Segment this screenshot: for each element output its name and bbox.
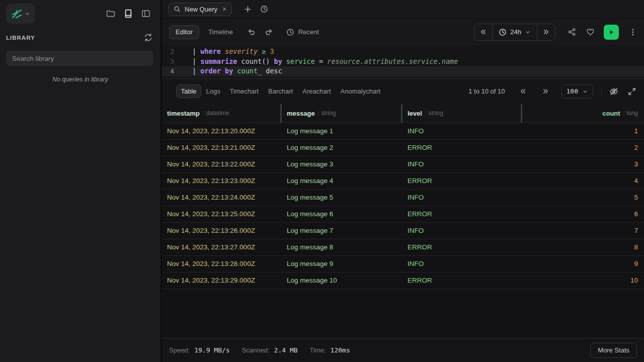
column-type: : long <box>623 110 638 117</box>
recent-label: Recent <box>298 28 319 36</box>
column-header-count[interactable]: count: long <box>522 104 644 123</box>
editor-tab-button[interactable]: Editor <box>169 25 199 39</box>
close-icon[interactable]: × <box>222 6 226 13</box>
cell-lvl: ERROR <box>403 277 522 284</box>
table-row[interactable]: Nov 14, 2023, 22:13:25.000ZLog message 6… <box>162 206 644 223</box>
clock-icon <box>499 28 507 36</box>
time-range-button[interactable]: 24h <box>492 24 537 40</box>
column-name: count <box>602 110 620 117</box>
cell-ts: Nov 14, 2023, 22:13:22.000Z <box>162 160 282 168</box>
toolbar-right: 24h <box>474 24 637 41</box>
column-type: : string <box>318 110 336 117</box>
column-header-level[interactable]: level: string <box>403 104 522 123</box>
page-size-value: 100 <box>567 87 578 95</box>
panel-left-icon[interactable] <box>141 9 150 18</box>
code-token: by <box>225 67 233 75</box>
table-row[interactable]: Nov 14, 2023, 22:13:21.000ZLog message 2… <box>162 140 644 156</box>
undo-icon[interactable] <box>247 28 256 36</box>
time-back-button[interactable] <box>474 24 492 40</box>
code-token: severity <box>225 47 258 55</box>
table-row[interactable]: Nov 14, 2023, 22:13:29.000ZLog message 1… <box>162 273 644 289</box>
results-tab-timechart[interactable]: Timechart <box>225 84 263 98</box>
refresh-icon[interactable] <box>144 33 152 42</box>
column-header-message[interactable]: message: string <box>282 104 403 123</box>
logo-icon <box>11 8 23 20</box>
table-row[interactable]: Nov 14, 2023, 22:13:28.000ZLog message 9… <box>162 256 644 273</box>
share-icon[interactable] <box>568 28 576 36</box>
line-number: 2 <box>162 47 174 57</box>
page-size-dropdown[interactable]: 100 <box>561 84 593 99</box>
chevron-down-icon <box>525 29 531 35</box>
results-toolbar-right: 1 to 10 of 10 100 <box>468 84 637 99</box>
results-tab-logs[interactable]: Logs <box>201 84 225 98</box>
sidebar: LIBRARY No queries in library <box>0 0 162 362</box>
heart-icon[interactable] <box>586 28 595 36</box>
code-text: | where severity ≥ 3 <box>192 47 274 57</box>
results-tab-anomalychart[interactable]: Anomalychart <box>336 84 385 98</box>
table-row[interactable]: Nov 14, 2023, 22:13:26.000ZLog message 7… <box>162 223 644 239</box>
chevron-down-icon <box>582 88 588 95</box>
table-row[interactable]: Nov 14, 2023, 22:13:24.000ZLog message 5… <box>162 190 644 206</box>
time-range-label: 24h <box>510 28 521 36</box>
library-icon[interactable] <box>124 9 133 18</box>
code-token: summarize <box>200 57 237 65</box>
new-tab-button[interactable] <box>244 6 252 13</box>
run-query-button[interactable] <box>604 25 619 40</box>
cell-lvl: INFO <box>403 194 522 201</box>
column-name: message <box>287 110 315 117</box>
chevron-down-icon <box>25 11 30 17</box>
search-library-input[interactable] <box>6 51 153 66</box>
redo-icon[interactable] <box>265 28 273 36</box>
tab-bar: New Query × <box>162 0 644 19</box>
hide-columns-icon[interactable] <box>609 87 618 96</box>
time-stat: Time: 120ms <box>310 346 350 354</box>
column-header-timestamp[interactable]: timestamp: datetime <box>162 104 282 123</box>
code-line: 3| summarize count() by service = resour… <box>162 57 644 67</box>
time-value: 120ms <box>331 346 350 354</box>
table-row[interactable]: Nov 14, 2023, 22:13:22.000ZLog message 3… <box>162 156 644 173</box>
results-panel: TableLogsTimechartBarchartAreachartAnoma… <box>162 78 644 362</box>
timeline-tab-button[interactable]: Timeline <box>208 28 233 36</box>
workspace-switcher[interactable] <box>6 4 35 24</box>
recent-button[interactable]: Recent <box>286 28 319 36</box>
kebab-menu-icon[interactable] <box>629 28 637 36</box>
column-type: : string <box>425 110 443 117</box>
app: LIBRARY No queries in library New Query … <box>0 0 644 362</box>
cell-cnt: 2 <box>522 144 644 151</box>
code-token <box>221 47 225 55</box>
main: New Query × Editor Timeline <box>162 0 644 362</box>
results-tab-barchart[interactable]: Barchart <box>264 84 298 98</box>
cell-lvl: INFO <box>403 160 522 168</box>
table-body: Nov 14, 2023, 22:13:20.000ZLog message 1… <box>162 123 644 338</box>
history-icon[interactable] <box>260 5 268 13</box>
cell-ts: Nov 14, 2023, 22:13:29.000Z <box>162 277 282 284</box>
library-empty-text: No queries in library <box>0 76 160 83</box>
cell-msg: Log message 4 <box>282 177 403 185</box>
clock-icon <box>286 28 294 36</box>
code-line: 4| order by count_ desc <box>162 66 644 76</box>
cell-cnt: 1 <box>522 127 644 135</box>
code-token: desc <box>262 67 282 75</box>
table-row[interactable]: Nov 14, 2023, 22:13:23.000ZLog message 4… <box>162 173 644 190</box>
query-editor[interactable]: 2| where severity ≥ 33| summarize count(… <box>162 45 644 78</box>
cell-cnt: 4 <box>522 177 644 185</box>
results-tab-areachart[interactable]: Areachart <box>298 84 336 98</box>
tab-new-query[interactable]: New Query × <box>168 3 232 16</box>
time-label: Time: <box>310 346 326 354</box>
more-stats-button[interactable]: More Stats <box>590 343 637 358</box>
cell-ts: Nov 14, 2023, 22:13:23.000Z <box>162 177 282 185</box>
table-row[interactable]: Nov 14, 2023, 22:13:27.000ZLog message 8… <box>162 239 644 256</box>
time-forward-button[interactable] <box>537 24 555 40</box>
time-range-group: 24h <box>474 24 555 41</box>
sidebar-top <box>0 0 160 27</box>
cell-cnt: 5 <box>522 194 644 201</box>
code-token: | <box>192 57 200 65</box>
page-next-icon[interactable] <box>542 87 549 95</box>
expand-icon[interactable] <box>628 87 636 96</box>
results-tab-table[interactable]: Table <box>176 84 201 98</box>
folder-icon[interactable] <box>106 9 115 18</box>
code-token: 3 <box>270 47 274 55</box>
code-text: | order by count_ desc <box>192 66 282 76</box>
page-prev-icon[interactable] <box>519 87 527 95</box>
table-row[interactable]: Nov 14, 2023, 22:13:20.000ZLog message 1… <box>162 123 644 140</box>
